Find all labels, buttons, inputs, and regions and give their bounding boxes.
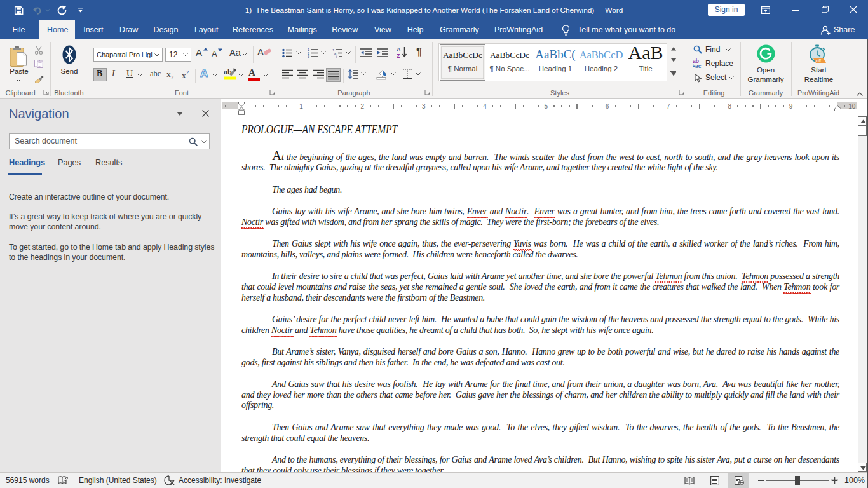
svg-text:Z: Z bbox=[397, 53, 400, 58]
svg-text:A: A bbox=[397, 46, 401, 53]
svg-text:ac: ac bbox=[695, 63, 702, 68]
svg-text:i: i bbox=[336, 55, 337, 58]
svg-text:off: off bbox=[816, 58, 822, 64]
svg-text:3: 3 bbox=[308, 55, 309, 58]
